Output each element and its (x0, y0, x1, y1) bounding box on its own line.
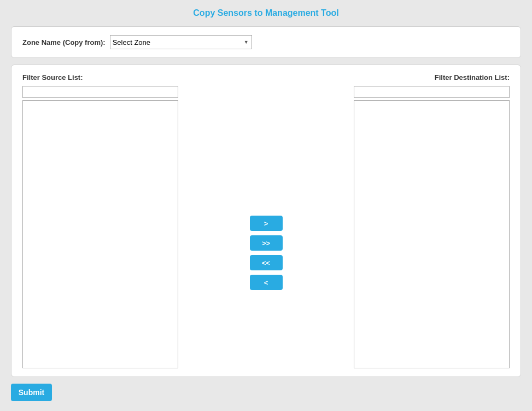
zone-select-wrapper: Select Zone (110, 35, 252, 49)
page-title: Copy Sensors to Management Tool (11, 8, 521, 18)
destination-list-label: Filter Destination List: (435, 73, 510, 82)
destination-list-panel: Filter Destination List: (299, 73, 510, 368)
page-wrapper: Copy Sensors to Management Tool Zone Nam… (0, 0, 532, 409)
zone-name-row: Zone Name (Copy from): Select Zone (22, 35, 510, 49)
zone-name-card: Zone Name (Copy from): Select Zone (11, 26, 521, 58)
destination-filter-input[interactable] (354, 86, 510, 98)
transfer-buttons-group: > >> << < (233, 73, 299, 290)
source-list-panel: Filter Source List: (22, 73, 233, 368)
move-all-left-button[interactable]: << (250, 255, 283, 270)
zone-name-select[interactable]: Select Zone (110, 35, 252, 49)
source-filter-input[interactable] (22, 86, 178, 98)
submit-button[interactable]: Submit (11, 384, 52, 401)
move-all-right-button[interactable]: >> (250, 235, 283, 251)
destination-list-box[interactable] (354, 100, 510, 368)
zone-name-label: Zone Name (Copy from): (22, 38, 106, 47)
lists-section: Filter Source List: > >> << < Filter Des… (11, 65, 521, 377)
lists-container: Filter Source List: > >> << < Filter Des… (22, 73, 510, 368)
move-one-left-button[interactable]: < (250, 275, 283, 290)
source-list-box[interactable] (22, 100, 178, 368)
submit-row: Submit (11, 384, 521, 401)
source-list-label: Filter Source List: (22, 73, 233, 82)
move-one-right-button[interactable]: > (250, 216, 283, 231)
